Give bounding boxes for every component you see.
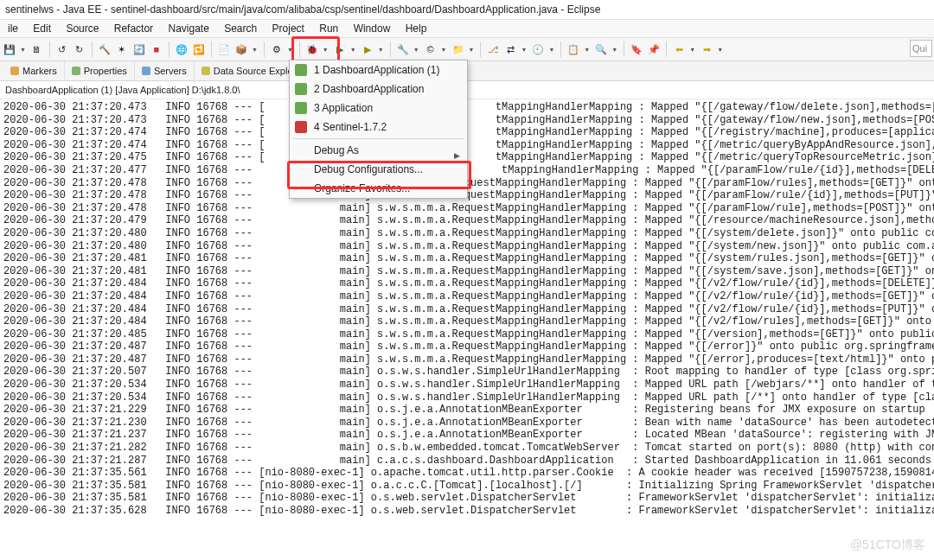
watermark: @51CTO博客 <box>850 538 925 553</box>
forward-icon[interactable]: ➡ <box>699 41 714 57</box>
tab-properties[interactable]: Properties <box>65 61 135 80</box>
dd-label: 3 Application <box>314 102 373 114</box>
hammer-icon[interactable]: 🔨 <box>97 41 112 57</box>
refresh-icon[interactable]: 🔄 <box>131 41 147 57</box>
save-all-icon[interactable]: 🗎 <box>29 41 45 57</box>
sync-icon[interactable]: 🔁 <box>191 41 207 57</box>
git-icon[interactable]: ⎇ <box>485 41 501 57</box>
task-icon[interactable]: 📋 <box>566 41 581 57</box>
gear-icon[interactable]: ⚙ <box>269 41 285 57</box>
menu-refactor[interactable]: Refactor <box>108 20 159 37</box>
search-icon[interactable]: 🔍 <box>593 41 609 57</box>
menu-bar: ile Edit Source Refactor Navigate Search… <box>0 20 934 38</box>
menu-window[interactable]: Window <box>348 20 397 37</box>
dropdown-separator <box>293 138 464 139</box>
toolbar: 💾▼ 🗎 ↺ ↻ 🔨 ✶ 🔄 ■ 🌐 🔁 📄 📦▼ ⚙▼ 🐞▼ ▶▼ ▶▼ 🔧▼… <box>0 38 934 61</box>
properties-icon <box>72 67 80 75</box>
bookmark-icon[interactable]: 🔖 <box>629 41 644 57</box>
profile-icon[interactable]: ▶ <box>360 41 375 57</box>
debug-dropdown-arrow[interactable]: ▼ <box>323 47 329 53</box>
dd-label: Organize Favorites... <box>314 182 410 194</box>
run-icon[interactable]: ▶ <box>332 41 348 57</box>
menu-file[interactable]: ile <box>2 20 24 37</box>
java-app-icon <box>295 64 307 76</box>
ext-tools-icon[interactable]: 🔧 <box>395 41 411 57</box>
pin-icon[interactable]: 📌 <box>646 41 662 57</box>
stop-icon[interactable]: ■ <box>149 41 164 57</box>
launch-text: DashboardApplication (1) [Java Applicati… <box>5 85 240 95</box>
menu-navigate[interactable]: Navigate <box>162 20 214 37</box>
tab-servers-label: Servers <box>154 61 187 80</box>
java-app-icon <box>295 102 307 114</box>
tab-markers-label: Markers <box>22 61 57 80</box>
servers-icon <box>142 67 150 75</box>
debug-configurations[interactable]: Debug Configurations... <box>290 160 467 179</box>
debug-history-item-1[interactable]: 1 DashboardApplication (1) <box>290 60 467 80</box>
quick-access-input[interactable]: Qui <box>910 40 932 57</box>
dd-label: 4 Sentinel-1.7.2 <box>314 121 387 133</box>
new-icon[interactable]: 📄 <box>216 41 232 57</box>
new-class-icon[interactable]: © <box>423 41 438 57</box>
run-dropdown-arrow[interactable]: ▼ <box>350 47 356 53</box>
menu-edit[interactable]: Edit <box>27 20 57 37</box>
package-icon[interactable]: 📦 <box>234 41 249 57</box>
menu-search[interactable]: Search <box>218 20 263 37</box>
maven-icon <box>295 121 307 133</box>
markers-icon <box>10 67 19 75</box>
tab-properties-label: Properties <box>84 61 127 80</box>
redo-icon[interactable]: ↻ <box>72 41 87 57</box>
debug-history-item-3[interactable]: 3 Application <box>290 99 467 118</box>
dd-label: 1 DashboardApplication (1) <box>314 64 439 76</box>
dd-label: Debug Configurations... <box>314 163 423 175</box>
globe-icon[interactable]: 🌐 <box>174 41 189 57</box>
new-pkg-icon[interactable]: 📁 <box>451 41 466 57</box>
menu-run[interactable]: Run <box>313 20 344 37</box>
wand-icon[interactable]: ✶ <box>114 41 130 57</box>
history-icon[interactable]: 🕘 <box>530 41 546 57</box>
data-source-icon <box>202 67 210 75</box>
dd-label: 2 DashboardApplication <box>314 83 424 95</box>
debug-history-item-2[interactable]: 2 DashboardApplication <box>290 80 467 99</box>
tab-data-source[interactable]: Data Source Explo <box>195 61 301 80</box>
tab-data-label: Data Source Explo <box>214 61 293 80</box>
debug-history-dropdown: 1 DashboardApplication (1) 2 DashboardAp… <box>289 60 468 199</box>
menu-source[interactable]: Source <box>60 20 105 37</box>
tab-markers[interactable]: Markers <box>3 61 65 80</box>
debug-as-submenu[interactable]: Debug As▶ <box>290 141 467 160</box>
undo-icon[interactable]: ↺ <box>54 41 70 57</box>
compare-icon[interactable]: ⇄ <box>502 41 518 57</box>
window-title: sentinelws - Java EE - sentinel-dashboar… <box>0 0 934 20</box>
save-icon[interactable]: 💾 <box>2 41 17 57</box>
back-icon[interactable]: ⬅ <box>671 41 687 57</box>
organize-favorites[interactable]: Organize Favorites... <box>290 179 467 198</box>
menu-help[interactable]: Help <box>400 20 433 37</box>
menu-project[interactable]: Project <box>266 20 310 37</box>
tab-servers[interactable]: Servers <box>135 61 195 80</box>
java-app-icon <box>295 83 307 95</box>
debug-history-item-4[interactable]: 4 Sentinel-1.7.2 <box>290 118 467 137</box>
debug-icon[interactable]: 🐞 <box>304 41 320 57</box>
dd-label: Debug As <box>314 144 359 156</box>
